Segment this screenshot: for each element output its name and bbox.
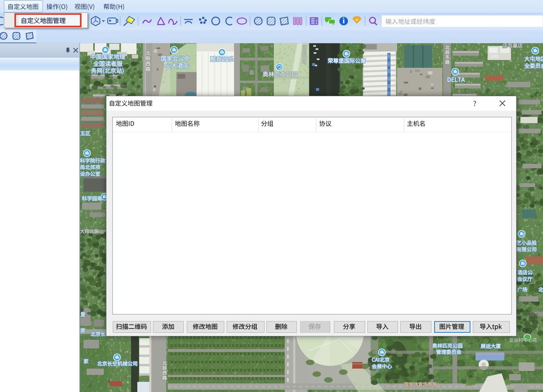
svg-text:V: V	[356, 18, 358, 22]
